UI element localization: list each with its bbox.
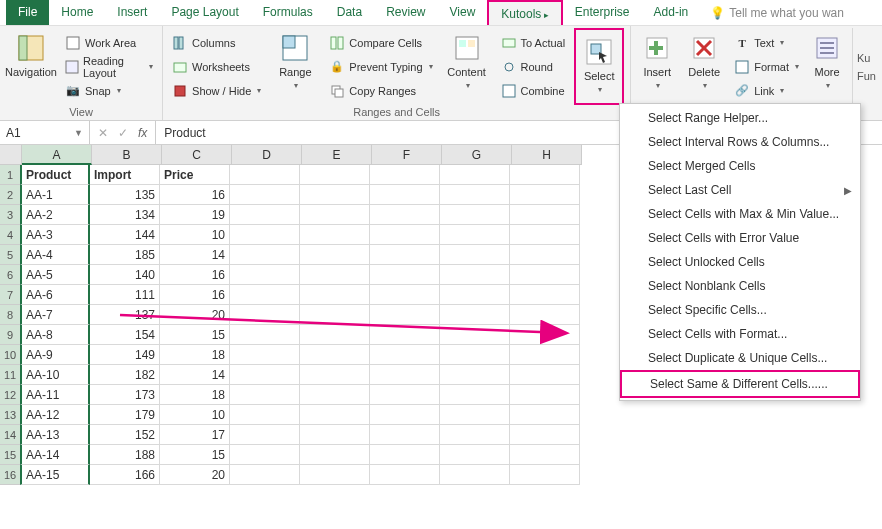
cell[interactable]: AA-4	[20, 245, 90, 265]
cell[interactable]: 15	[160, 325, 230, 345]
menu-item[interactable]: Select Cells with Max & Min Value...	[620, 202, 860, 226]
cell[interactable]: AA-3	[20, 225, 90, 245]
reading-layout-button[interactable]: Reading Layout▾	[62, 56, 156, 78]
cell[interactable]	[440, 265, 510, 285]
content-button[interactable]: Content▾	[442, 28, 492, 105]
cell[interactable]	[510, 405, 580, 425]
cell[interactable]	[510, 205, 580, 225]
columns-button[interactable]: Columns	[169, 32, 264, 54]
menu-item[interactable]: Select Last Cell▶	[620, 178, 860, 202]
column-header-A[interactable]: A	[22, 145, 92, 165]
cell[interactable]: 144	[90, 225, 160, 245]
compare-cells-button[interactable]: Compare Cells	[326, 32, 435, 54]
cell[interactable]	[440, 245, 510, 265]
cell[interactable]	[370, 365, 440, 385]
tab-data[interactable]: Data	[325, 0, 374, 25]
cell[interactable]	[300, 325, 370, 345]
cell[interactable]	[510, 185, 580, 205]
tell-me[interactable]: 💡Tell me what you wan	[710, 0, 844, 25]
menu-item[interactable]: Select Cells with Format...	[620, 322, 860, 346]
cell[interactable]	[300, 445, 370, 465]
cell[interactable]: 18	[160, 345, 230, 365]
cell[interactable]: 16	[160, 265, 230, 285]
row-header[interactable]: 16	[0, 465, 22, 485]
cell[interactable]: 16	[160, 185, 230, 205]
cell[interactable]: AA-1	[20, 185, 90, 205]
format-button[interactable]: Format▾	[731, 56, 802, 78]
row-header[interactable]: 2	[0, 185, 22, 205]
cell[interactable]	[370, 245, 440, 265]
cell[interactable]: 10	[160, 225, 230, 245]
cell[interactable]: AA-12	[20, 405, 90, 425]
tab-add-in[interactable]: Add-in	[642, 0, 701, 25]
row-header[interactable]: 11	[0, 365, 22, 385]
cell[interactable]	[230, 425, 300, 445]
cell[interactable]	[230, 445, 300, 465]
cell[interactable]	[300, 465, 370, 485]
prevent-typing-button[interactable]: 🔒Prevent Typing▾	[326, 56, 435, 78]
navigation-button[interactable]: Navigation	[6, 28, 56, 105]
cell[interactable]	[510, 445, 580, 465]
cell[interactable]: 149	[90, 345, 160, 365]
row-header[interactable]: 4	[0, 225, 22, 245]
cell[interactable]	[510, 305, 580, 325]
cell[interactable]: 185	[90, 245, 160, 265]
cell[interactable]	[300, 245, 370, 265]
cell[interactable]	[300, 385, 370, 405]
cell[interactable]: AA-8	[20, 325, 90, 345]
cell[interactable]	[230, 185, 300, 205]
cell[interactable]	[440, 465, 510, 485]
cell[interactable]	[510, 325, 580, 345]
cell[interactable]: 137	[90, 305, 160, 325]
copy-ranges-button[interactable]: Copy Ranges	[326, 80, 435, 102]
tab-page-layout[interactable]: Page Layout	[159, 0, 250, 25]
cell[interactable]	[300, 305, 370, 325]
cell[interactable]: 20	[160, 305, 230, 325]
menu-item[interactable]: Select Range Helper...	[620, 106, 860, 130]
menu-item[interactable]: Select Nonblank Cells	[620, 274, 860, 298]
cell[interactable]	[440, 305, 510, 325]
name-box[interactable]: A1▼	[0, 121, 90, 144]
row-header[interactable]: 10	[0, 345, 22, 365]
cell[interactable]: 134	[90, 205, 160, 225]
row-header[interactable]: 15	[0, 445, 22, 465]
cell[interactable]	[230, 465, 300, 485]
cell[interactable]	[230, 265, 300, 285]
cell[interactable]	[440, 205, 510, 225]
column-header-F[interactable]: F	[372, 145, 442, 165]
cell[interactable]	[510, 225, 580, 245]
cell[interactable]	[440, 325, 510, 345]
cell[interactable]: 166	[90, 465, 160, 485]
cell[interactable]: Price	[160, 165, 230, 185]
cell[interactable]	[370, 425, 440, 445]
cell[interactable]: AA-2	[20, 205, 90, 225]
work-area-button[interactable]: Work Area	[62, 32, 156, 54]
cell[interactable]	[510, 465, 580, 485]
menu-item[interactable]: Select Interval Rows & Columns...	[620, 130, 860, 154]
tab-insert[interactable]: Insert	[105, 0, 159, 25]
cell[interactable]	[300, 205, 370, 225]
cell[interactable]	[300, 185, 370, 205]
column-header-E[interactable]: E	[302, 145, 372, 165]
cell[interactable]	[230, 405, 300, 425]
column-header-C[interactable]: C	[162, 145, 232, 165]
cell[interactable]	[510, 265, 580, 285]
menu-item[interactable]: Select Specific Cells...	[620, 298, 860, 322]
cell[interactable]: 182	[90, 365, 160, 385]
to-actual-button[interactable]: To Actual	[498, 32, 569, 54]
cell[interactable]	[440, 365, 510, 385]
round-button[interactable]: Round	[498, 56, 569, 78]
cell[interactable]: Import	[90, 165, 160, 185]
cell[interactable]	[510, 385, 580, 405]
cell[interactable]	[230, 385, 300, 405]
column-header-G[interactable]: G	[442, 145, 512, 165]
cell[interactable]	[370, 385, 440, 405]
cell[interactable]	[300, 225, 370, 245]
cell[interactable]	[300, 265, 370, 285]
cell[interactable]	[370, 325, 440, 345]
cell[interactable]	[230, 285, 300, 305]
worksheets-button[interactable]: Worksheets	[169, 56, 264, 78]
tab-file[interactable]: File	[6, 0, 49, 25]
tab-enterprise[interactable]: Enterprise	[563, 0, 642, 25]
row-header[interactable]: 1	[0, 165, 22, 185]
